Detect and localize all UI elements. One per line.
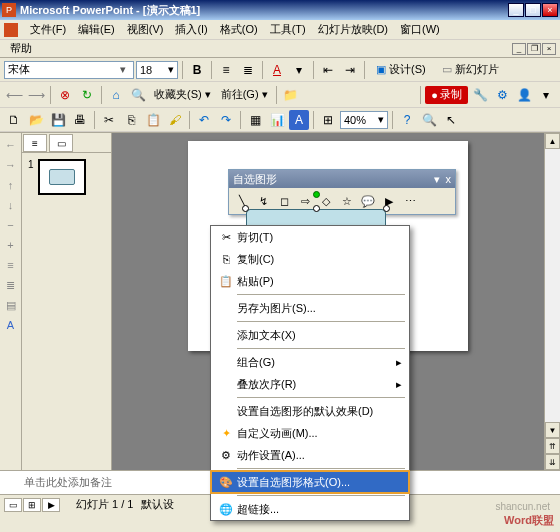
cut-button[interactable]: ✂ bbox=[99, 110, 119, 130]
fmtpaint-button[interactable]: 🖌 bbox=[165, 110, 185, 130]
outline-demote-icon[interactable]: → bbox=[3, 157, 19, 173]
close-button[interactable]: × bbox=[542, 3, 558, 17]
sorter-view-button[interactable]: ⊞ bbox=[23, 498, 41, 512]
autoshape-callouts-icon[interactable]: 💬 bbox=[358, 191, 378, 211]
outline-expandall-icon[interactable]: ≣ bbox=[3, 277, 19, 293]
home-button[interactable]: ⌂ bbox=[106, 85, 126, 105]
ctx-group[interactable]: 组合(G)▸ bbox=[211, 351, 409, 373]
ctx-cut[interactable]: ✂剪切(T) bbox=[211, 226, 409, 248]
outline-format-icon[interactable]: A bbox=[3, 317, 19, 333]
autoshape-arrows-icon[interactable]: ⇨ bbox=[295, 191, 315, 211]
search-button[interactable]: 🔍 bbox=[128, 85, 148, 105]
outline-collapseall-icon[interactable]: ≡ bbox=[3, 257, 19, 273]
help-button[interactable]: ? bbox=[397, 110, 417, 130]
outline-promote-icon[interactable]: ← bbox=[3, 137, 19, 153]
resize-handle[interactable] bbox=[383, 205, 390, 212]
menu-tools[interactable]: 工具(T) bbox=[264, 20, 312, 39]
menu-file[interactable]: 文件(F) bbox=[24, 20, 72, 39]
autoshape-more-icon[interactable]: ⋯ bbox=[400, 191, 420, 211]
resize-handle[interactable] bbox=[242, 205, 249, 212]
table-button[interactable]: ▦ bbox=[245, 110, 265, 130]
paste-button[interactable]: 📋 bbox=[143, 110, 163, 130]
tool-a-button[interactable]: 🔧 bbox=[470, 85, 490, 105]
menu-format[interactable]: 格式(O) bbox=[214, 20, 264, 39]
menu-help[interactable]: 帮助 bbox=[4, 39, 38, 58]
ctx-defaults[interactable]: 设置自选图形的默认效果(D) bbox=[211, 400, 409, 422]
outline-expand-icon[interactable]: + bbox=[3, 237, 19, 253]
find-button[interactable]: 🔍 bbox=[419, 110, 439, 130]
print-button[interactable]: 🖶 bbox=[70, 110, 90, 130]
menu-window[interactable]: 窗口(W) bbox=[394, 20, 446, 39]
mdi-close[interactable]: × bbox=[542, 43, 556, 55]
bullets-button[interactable]: ≡ bbox=[216, 60, 236, 80]
tab-slides[interactable]: ▭ bbox=[49, 134, 73, 152]
favorites-button[interactable]: 收藏夹(S) ▾ bbox=[150, 85, 215, 105]
scroll-up-icon[interactable]: ▲ bbox=[545, 133, 560, 149]
redo-button[interactable]: ↷ bbox=[216, 110, 236, 130]
resize-handle[interactable] bbox=[313, 205, 320, 212]
scroll-track[interactable] bbox=[545, 149, 560, 422]
ctx-paste[interactable]: 📋粘贴(P) bbox=[211, 270, 409, 292]
scroll-down-icon[interactable]: ▼ bbox=[545, 422, 560, 438]
autoshape-basic-icon[interactable]: ◻ bbox=[274, 191, 294, 211]
ctx-format-autoshape[interactable]: 🎨设置自选图形格式(O)... bbox=[211, 471, 409, 493]
ctx-savepic[interactable]: 另存为图片(S)... bbox=[211, 297, 409, 319]
outline-summary-icon[interactable]: ▤ bbox=[3, 297, 19, 313]
slide-thumbnail[interactable] bbox=[38, 159, 86, 195]
promote-button[interactable]: ⇤ bbox=[318, 60, 338, 80]
new-button[interactable]: 🗋 bbox=[4, 110, 24, 130]
goto-button[interactable]: 前往(G) ▾ bbox=[217, 85, 272, 105]
refresh-button[interactable]: ↻ bbox=[77, 85, 97, 105]
autoshape-title[interactable]: 自选图形 ▾ x bbox=[229, 170, 455, 188]
ctx-addtext[interactable]: 添加文本(X) bbox=[211, 324, 409, 346]
grid-button[interactable]: ⊞ bbox=[318, 110, 338, 130]
ctx-anim[interactable]: ✦自定义动画(M)... bbox=[211, 422, 409, 444]
size-combo[interactable]: 18▾ bbox=[136, 61, 178, 79]
tool-d-button[interactable]: ▾ bbox=[536, 85, 556, 105]
design-button[interactable]: ▣设计(S) bbox=[369, 60, 433, 80]
prev-slide-icon[interactable]: ⇈ bbox=[545, 438, 560, 454]
forward-button[interactable]: ⟶ bbox=[26, 85, 46, 105]
next-slide-icon[interactable]: ⇊ bbox=[545, 454, 560, 470]
bold-button[interactable]: B bbox=[187, 60, 207, 80]
open-button[interactable]: 📂 bbox=[26, 110, 46, 130]
ctx-hyperlink[interactable]: 🌐超链接... bbox=[211, 498, 409, 520]
ctx-order[interactable]: 叠放次序(R)▸ bbox=[211, 373, 409, 395]
dropdown-icon[interactable]: ▾ bbox=[289, 60, 309, 80]
mdi-restore[interactable]: ❐ bbox=[527, 43, 541, 55]
minimize-button[interactable]: _ bbox=[508, 3, 524, 17]
autoshape-connectors-icon[interactable]: ↯ bbox=[253, 191, 273, 211]
font-combo[interactable]: 宋体▾ bbox=[4, 61, 134, 79]
outline-collapse-icon[interactable]: − bbox=[3, 217, 19, 233]
fontcolor-button[interactable]: A bbox=[267, 60, 287, 80]
menu-edit[interactable]: 编辑(E) bbox=[72, 20, 121, 39]
folder-button[interactable]: 📁 bbox=[281, 85, 301, 105]
chart-button[interactable]: 📊 bbox=[267, 110, 287, 130]
shapes-button[interactable]: A bbox=[289, 110, 309, 130]
autoshape-stars-icon[interactable]: ☆ bbox=[337, 191, 357, 211]
save-button[interactable]: 💾 bbox=[48, 110, 68, 130]
zoom-combo[interactable]: 40%▾ bbox=[340, 111, 388, 129]
autoshape-close-icon[interactable]: x bbox=[446, 173, 452, 185]
maximize-button[interactable]: □ bbox=[525, 3, 541, 17]
numbering-button[interactable]: ≣ bbox=[238, 60, 258, 80]
menu-slideshow[interactable]: 幻灯片放映(D) bbox=[312, 20, 394, 39]
tool-c-button[interactable]: 👤 bbox=[514, 85, 534, 105]
ctx-action[interactable]: ⚙动作设置(A)... bbox=[211, 444, 409, 466]
ctx-copy[interactable]: ⎘复制(C) bbox=[211, 248, 409, 270]
outline-down-icon[interactable]: ↓ bbox=[3, 197, 19, 213]
slideshow-view-button[interactable]: ▶ bbox=[42, 498, 60, 512]
record-button[interactable]: ● 录制 bbox=[425, 86, 468, 104]
undo-button[interactable]: ↶ bbox=[194, 110, 214, 130]
rotate-handle[interactable] bbox=[313, 191, 320, 198]
autoshape-dropdown-icon[interactable]: ▾ bbox=[434, 173, 440, 186]
outline-up-icon[interactable]: ↑ bbox=[3, 177, 19, 193]
tool-b-button[interactable]: ⚙ bbox=[492, 85, 512, 105]
normal-view-button[interactable]: ▭ bbox=[4, 498, 22, 512]
copy-button[interactable]: ⎘ bbox=[121, 110, 141, 130]
back-button[interactable]: ⟵ bbox=[4, 85, 24, 105]
pointer-button[interactable]: ↖ bbox=[441, 110, 461, 130]
newslide-button[interactable]: ▭新幻灯片 bbox=[435, 60, 506, 80]
mdi-min[interactable]: _ bbox=[512, 43, 526, 55]
demote-button[interactable]: ⇥ bbox=[340, 60, 360, 80]
